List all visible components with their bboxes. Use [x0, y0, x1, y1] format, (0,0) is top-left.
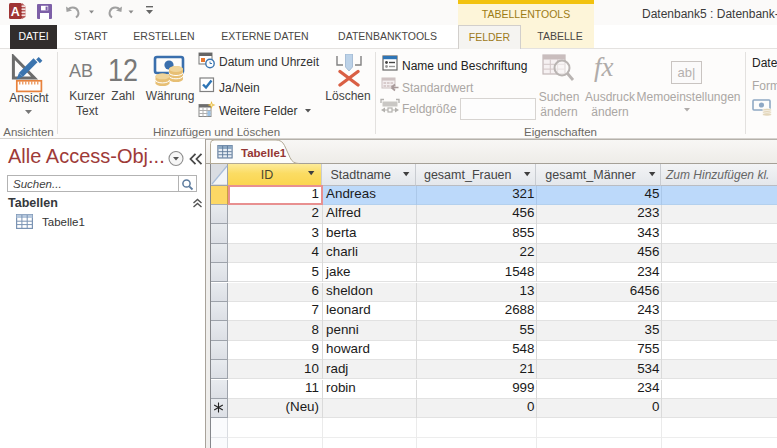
- svg-text:A: A: [11, 5, 20, 19]
